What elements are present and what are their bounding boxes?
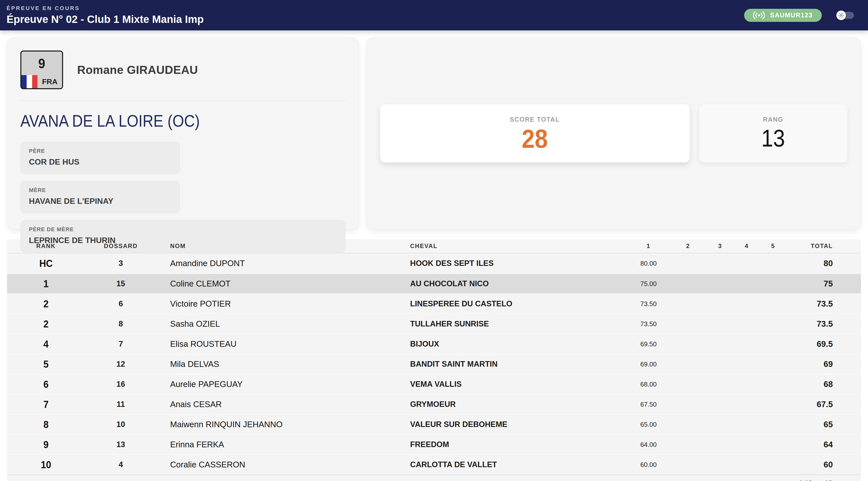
table-row[interactable]: HC 3 Amandine DUPONT HOOK DES SEPT ILES …	[7, 253, 861, 273]
cell-total: 69	[786, 359, 861, 369]
cell-score-1: 67.50	[628, 400, 669, 409]
cell-score-1: 60.00	[628, 461, 669, 469]
table-row[interactable]: 2 6 Victoire POTIER LINESPEREE DU CASTEL…	[7, 294, 861, 313]
col-header-rank: RANK	[7, 242, 85, 249]
col-header-3: 3	[707, 242, 733, 249]
topbar: ÉPREUVE EN COURS Épreuve N° 02 - Club 1 …	[0, 0, 868, 30]
table-row[interactable]: 8 10 Maiwenn RINQUIN JEHANNO VALEUR SUR …	[7, 414, 861, 434]
cell-dossard: 13	[85, 440, 157, 449]
pedigree-damsire-label: PÈRE DE MÈRE	[29, 226, 337, 233]
cell-total: 67.5	[786, 399, 861, 409]
cell-cheval: LINESPEREE DU CASTELO	[404, 299, 628, 308]
col-header-dossard: DOSSARD	[85, 242, 157, 249]
cell-rank: 1	[10, 278, 82, 290]
live-badge[interactable]: SAUMUR123	[744, 9, 822, 22]
main-content: 9 FRA Romane GIRAUDEAU AVANA DE LA LOIRE…	[0, 30, 868, 481]
cell-nom: Erinna FERKA	[157, 440, 404, 449]
pedigree-sire-value: COR DE HUS	[29, 157, 172, 167]
horse-name: AVANA DE LA LOIRE (OC)	[20, 111, 313, 130]
page-title: Épreuve N° 02 - Club 1 Mixte Mania Imp	[6, 13, 204, 25]
france-flag-icon	[21, 75, 37, 88]
cell-nom: Coline CLEMOT	[157, 279, 404, 289]
col-header-2: 2	[669, 242, 707, 249]
cell-cheval: HOOK DES SEPT ILES	[404, 259, 628, 268]
cell-score-1: 65.00	[628, 421, 669, 428]
cell-cheval: BIJOUX	[404, 339, 628, 349]
table-row[interactable]: 4 7 Elisa ROUSTEAU BIJOUX 69.50 69.5	[7, 334, 861, 354]
cell-cheval: VEMA VALLIS	[404, 380, 628, 389]
cell-score-1: 69.00	[628, 360, 669, 368]
cell-nom: Victoire POTIER	[157, 299, 404, 309]
cell-score-1: 64.00	[628, 441, 669, 449]
table-row-highlighted[interactable]: 1 15 Coline CLEMOT AU CHOCOLAT NICO 75.0…	[7, 273, 861, 294]
pedigree-section: PÈRE COR DE HUS MÈRE HAVANE DE L'EPINAY …	[20, 142, 345, 252]
pedigree-dam-value: HAVANE DE L'EPINAY	[29, 197, 172, 206]
country-code: FRA	[37, 75, 62, 88]
cell-cheval: CARLOTTA DE VALLET	[404, 460, 628, 469]
cell-cheval: TULLAHER SUNRISE	[404, 320, 628, 328]
col-header-5: 5	[760, 242, 786, 249]
cell-cheval: AU CHOCOLAT NICO	[404, 279, 628, 288]
col-header-nom: NOM	[157, 242, 404, 249]
table-row[interactable]: 5 12 Mila DELVAS BANDIT SAINT MARTIN 69.…	[7, 354, 861, 374]
results-table: RANK DOSSARD NOM CHEVAL 1 2 3 4 5 TOTAL …	[7, 239, 861, 481]
table-row[interactable]: 9 13 Erinna FERKA FREEDOM 64.00 64	[7, 434, 861, 454]
table-row[interactable]: 10 4 Coralie CASSERON CARLOTTA DE VALLET…	[7, 454, 861, 475]
cards-row: 9 FRA Romane GIRAUDEAU AVANA DE LA LOIRE…	[7, 37, 861, 230]
table-row[interactable]: 7 11 Anais CESAR GRYMOEUR 67.50 67.5	[7, 394, 861, 414]
cell-total: 80	[786, 259, 861, 268]
theme-toggle[interactable]	[836, 10, 854, 20]
cell-nom: Elisa ROUSTEAU	[157, 339, 404, 349]
cell-cheval: VALEUR SUR DEBOHEME	[404, 420, 628, 429]
cell-total: 75	[786, 279, 861, 289]
cell-score-1: 73.50	[628, 320, 669, 328]
cell-nom: Maiwenn RINQUIN JEHANNO	[157, 420, 404, 429]
cell-nom: Mila DELVAS	[157, 359, 404, 369]
pedigree-sire: PÈRE COR DE HUS	[20, 142, 180, 174]
cell-rank: 9	[10, 439, 82, 450]
cell-dossard: 12	[85, 360, 157, 369]
cell-rank: 10	[10, 459, 82, 471]
cell-total: 64	[786, 440, 861, 449]
cell-cheval: FREEDOM	[404, 440, 628, 449]
col-header-total: TOTAL	[786, 242, 861, 249]
topbar-actions: SAUMUR123	[744, 9, 854, 22]
pagination: 1-16 sur 16	[7, 475, 861, 481]
theme-toggle-knob	[836, 10, 846, 20]
score-panel: SCORE TOTAL 28 RANG 13	[366, 37, 861, 230]
cell-rank: 2	[10, 298, 82, 310]
cell-rank: 5	[10, 359, 82, 370]
cell-dossard: 10	[85, 420, 157, 429]
table-row[interactable]: 6 16 Aurelie PAPEGUAY VEMA VALLIS 68.00 …	[7, 374, 861, 394]
cell-rank: 2	[10, 319, 82, 330]
cell-dossard: 11	[85, 400, 157, 409]
cell-dossard: 3	[85, 259, 157, 268]
score-total-value: 28	[522, 123, 548, 155]
cell-total: 60	[786, 460, 861, 470]
cell-nom: Sasha OZIEL	[157, 319, 404, 329]
cell-dossard: 6	[85, 299, 157, 308]
cell-total: 68	[786, 380, 861, 389]
cell-score-1: 75.00	[628, 280, 669, 288]
cell-dossard: 8	[85, 320, 157, 328]
cell-nom: Aurelie PAPEGUAY	[157, 380, 404, 389]
cell-total: 69.5	[786, 339, 861, 349]
col-header-4: 4	[733, 242, 760, 249]
score-total-label: SCORE TOTAL	[510, 116, 560, 123]
cell-nom: Anais CESAR	[157, 399, 404, 409]
col-header-1: 1	[628, 242, 669, 249]
cell-score-1: 68.00	[628, 381, 669, 388]
live-badge-label: SAUMUR123	[770, 11, 813, 19]
cell-rank: 7	[10, 399, 82, 410]
table-row[interactable]: 2 8 Sasha OZIEL TULLAHER SUNRISE 73.50 7…	[7, 313, 861, 334]
col-header-cheval: CHEVAL	[404, 242, 628, 249]
cell-nom: Coralie CASSERON	[157, 460, 404, 470]
rider-card: 9 FRA Romane GIRAUDEAU AVANA DE LA LOIRE…	[7, 37, 359, 230]
divider	[20, 100, 345, 101]
event-header: ÉPREUVE EN COURS Épreuve N° 02 - Club 1 …	[6, 5, 204, 25]
cell-rank: HC	[10, 258, 82, 269]
bib-country-row: FRA	[21, 75, 62, 88]
rank-label: RANG	[763, 116, 783, 123]
cell-dossard: 15	[85, 279, 157, 288]
cell-nom: Amandine DUPONT	[157, 259, 404, 268]
